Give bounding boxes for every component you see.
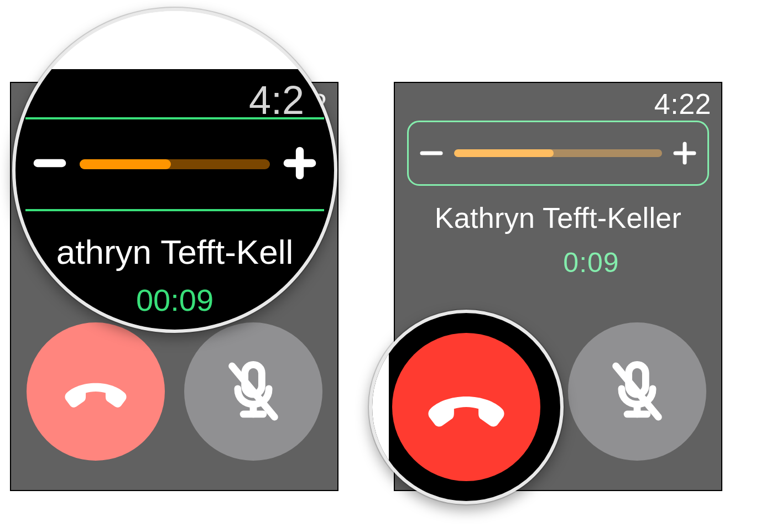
call-duration: 0:09	[395, 247, 721, 279]
volume-control[interactable]	[407, 121, 709, 186]
minus-icon[interactable]	[419, 140, 444, 166]
magnifier-volume: 4:2 athryn Tefft-Kell 00:09	[12, 8, 337, 333]
status-time-zoom: 4:2	[249, 77, 304, 123]
volume-fill	[80, 159, 171, 169]
volume-fill	[454, 149, 554, 157]
phone-hangup-icon	[423, 363, 510, 451]
end-call-button-zoom[interactable]	[392, 333, 540, 481]
zoom-white-edge	[372, 313, 389, 501]
plus-icon[interactable]	[283, 147, 316, 182]
status-time: 4:22	[654, 87, 711, 121]
mic-muted-icon	[218, 356, 289, 427]
volume-bar[interactable]	[80, 159, 270, 169]
volume-bar[interactable]	[454, 149, 662, 157]
mute-button[interactable]	[568, 322, 706, 461]
mute-button[interactable]	[184, 322, 322, 461]
magnifier-content	[372, 313, 560, 501]
end-call-button[interactable]	[27, 322, 165, 461]
plus-icon[interactable]	[672, 140, 697, 166]
magnifier-end-call	[369, 310, 564, 504]
caller-name-zoom: athryn Tefft-Kell	[23, 232, 326, 272]
tutorial-composite: 4:22 Kathryn Tefft-Keller 00:09	[0, 0, 771, 532]
minus-icon[interactable]	[33, 147, 66, 182]
caller-name: Kathryn Tefft-Keller	[395, 201, 721, 234]
magnifier-content: 4:2 athryn Tefft-Kell 00:09	[15, 11, 334, 330]
phone-hangup-icon	[60, 356, 131, 427]
mic-muted-icon	[602, 356, 673, 427]
volume-control-zoom[interactable]	[25, 117, 324, 211]
